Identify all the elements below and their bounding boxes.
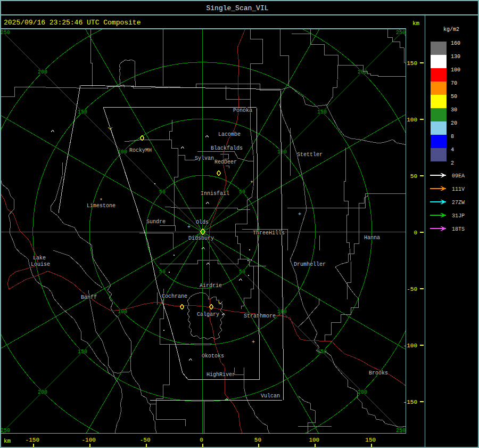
svg-text:Airdrie: Airdrie [200,283,222,289]
svg-text:250: 250 [1,428,10,434]
svg-text:Blackfalds: Blackfalds [211,145,243,151]
svg-text:Okotoks: Okotoks [202,353,224,359]
svg-text:-150: -150 [26,437,39,443]
svg-text:111V: 111V [452,186,465,192]
svg-text:kg/m2: kg/m2 [443,27,459,32]
svg-text:km: km [412,20,420,27]
svg-text:Banff: Banff [81,295,97,300]
svg-text:20: 20 [451,120,457,126]
svg-text:Sundre: Sundre [146,219,166,225]
svg-text:30: 30 [451,107,457,113]
svg-text:ThreeHills: ThreeHills [253,230,285,236]
svg-text:50: 50 [254,437,261,443]
svg-text:0: 0 [414,230,417,236]
svg-text:50: 50 [239,189,245,195]
svg-text:Single_Scan_VIL: Single_Scan_VIL [206,4,268,12]
svg-text:100: 100 [277,149,287,155]
svg-text:100: 100 [451,67,460,73]
svg-text:Brooks: Brooks [369,370,388,376]
svg-text:RedDeer: RedDeer [214,159,237,165]
svg-text:*: * [100,198,103,204]
svg-text:8: 8 [451,134,454,140]
svg-text:Lacombe: Lacombe [218,132,241,137]
svg-text:*: * [250,181,253,186]
svg-text:RockyMH: RockyMH [129,148,152,153]
svg-text:Stettler: Stettler [297,152,323,158]
svg-text:-50: -50 [140,437,151,443]
svg-text:70: 70 [451,80,457,86]
svg-text:250: 250 [396,428,406,434]
svg-text:-150: -150 [403,399,417,405]
svg-text:Ponoka: Ponoka [233,108,252,113]
svg-text:31JP: 31JP [452,213,465,219]
svg-text:-100: -100 [403,343,417,349]
svg-text:Louise: Louise [31,262,50,267]
svg-text:18TS: 18TS [452,226,465,232]
svg-text:-100: -100 [81,437,95,443]
svg-text:150: 150 [407,60,417,67]
svg-text:150: 150 [317,109,327,115]
svg-text:Hanna: Hanna [364,235,380,241]
svg-text:50: 50 [410,173,417,180]
svg-text:2025/09/16 23:25:46 UTC Compos: 2025/09/16 23:25:46 UTC Composite [4,19,141,27]
svg-text:150: 150 [78,349,87,355]
svg-text:4: 4 [451,147,454,153]
svg-text:Strathmore: Strathmore [244,313,276,319]
svg-text:km: km [4,438,11,444]
svg-text:Drumheller: Drumheller [294,262,326,267]
svg-text:Cochrane: Cochrane [162,294,187,299]
svg-text:50: 50 [159,269,166,275]
svg-text:Olds: Olds [196,219,209,225]
svg-text:0: 0 [200,437,203,443]
svg-text:200: 200 [38,69,47,75]
svg-text:130: 130 [451,54,460,60]
svg-text:+: + [187,224,191,230]
svg-text:09EA: 09EA [452,173,465,179]
svg-text:Calgary: Calgary [197,312,219,317]
svg-text:200: 200 [358,69,367,75]
svg-text:27ZW: 27ZW [452,200,465,206]
svg-text:100: 100 [407,117,417,123]
svg-text:Lake: Lake [33,255,46,261]
svg-text:Vulcan: Vulcan [261,393,280,399]
svg-text:+: + [298,211,301,217]
svg-text:250: 250 [1,30,10,36]
svg-text:50: 50 [239,269,245,275]
svg-text:+: + [252,339,255,345]
svg-text:Sylvan: Sylvan [195,156,214,161]
svg-text:-50: -50 [407,286,417,292]
svg-text:150: 150 [365,437,376,443]
svg-text:200: 200 [358,389,367,395]
svg-text:250: 250 [396,30,406,36]
svg-text:100: 100 [309,437,319,443]
svg-text:150: 150 [78,109,87,115]
svg-text:Innisfail: Innisfail [201,191,229,197]
svg-text:200: 200 [38,389,47,395]
svg-text:2: 2 [451,160,454,166]
svg-text:50: 50 [451,94,457,100]
svg-text:HighRiver: HighRiver [207,372,235,378]
svg-text:100: 100 [277,309,287,315]
svg-text:Didsbury: Didsbury [188,235,214,241]
svg-text:160: 160 [451,40,460,46]
svg-text:50: 50 [159,189,166,195]
